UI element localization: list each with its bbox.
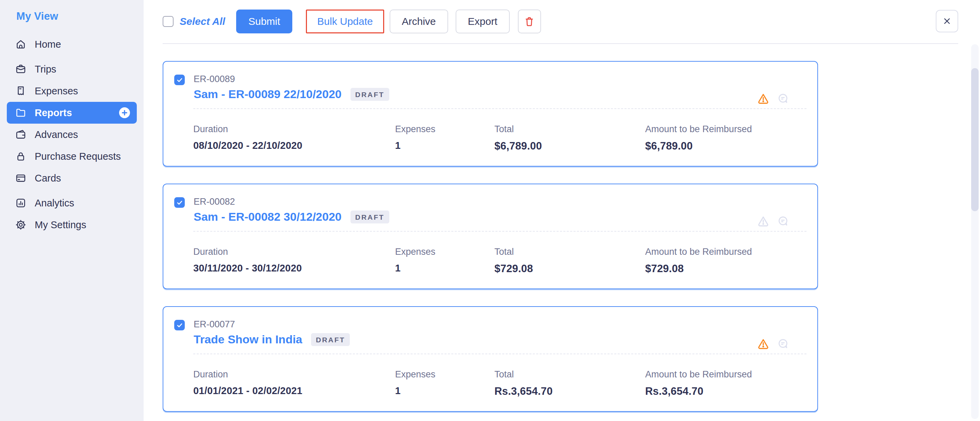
archive-button[interactable]: Archive	[390, 10, 448, 33]
trash-icon	[524, 16, 535, 27]
delete-button[interactable]	[518, 10, 541, 33]
duration-value: 30/11/2020 - 30/12/2020	[193, 263, 395, 274]
sidebar-item-expenses[interactable]: Expenses	[7, 80, 137, 102]
app-window: My View Home	[0, 0, 980, 421]
select-all-label[interactable]: Select All	[180, 16, 225, 27]
sidebar-item-label: Reports	[35, 107, 72, 118]
total-value: $6,789.00	[495, 140, 645, 152]
expenses-value: 1	[395, 385, 495, 397]
status-badge: DRAFT	[350, 210, 389, 223]
warning-icon[interactable]	[757, 215, 770, 228]
report-card[interactable]: ER-00077 Trade Show in India DRAFT	[163, 306, 818, 412]
report-title-link[interactable]: Sam - ER-00089 22/10/2020	[194, 88, 342, 101]
total-label: Total	[495, 369, 645, 380]
reimbursed-label: Amount to be Reimbursed	[645, 369, 752, 380]
total-label: Total	[495, 247, 645, 257]
report-card[interactable]: ER-00082 Sam - ER-00082 30/12/2020 DRAFT	[163, 183, 818, 289]
report-number: ER-00082	[194, 196, 389, 207]
close-icon	[942, 16, 953, 27]
sidebar-title: My View	[16, 10, 137, 22]
sidebar-item-advances[interactable]: Advances	[7, 124, 137, 145]
status-badge: DRAFT	[350, 88, 389, 101]
reimbursed-value: $729.08	[645, 263, 752, 275]
sidebar-item-reports[interactable]: Reports	[7, 102, 137, 124]
gear-icon	[15, 219, 27, 231]
expenses-value: 1	[395, 263, 495, 274]
sidebar-item-cards[interactable]: Cards	[7, 167, 137, 189]
comment-icon[interactable]	[776, 337, 789, 350]
card-divider	[193, 354, 807, 354]
total-value: $729.08	[495, 263, 645, 275]
reimbursed-label: Amount to be Reimbursed	[645, 247, 752, 257]
duration-label: Duration	[193, 247, 395, 257]
status-badge: DRAFT	[311, 333, 350, 346]
reimbursed-value: $6,789.00	[645, 140, 752, 152]
sidebar-nav: Home Trips	[7, 33, 137, 236]
expenses-label: Expenses	[395, 369, 495, 380]
duration-value: 08/10/2020 - 22/10/2020	[193, 140, 395, 151]
check-icon	[176, 76, 183, 84]
report-checkbox[interactable]	[174, 197, 185, 208]
duration-label: Duration	[193, 124, 395, 134]
total-label: Total	[495, 124, 645, 134]
toolbar: Select All Submit Bulk Update Archive Ex…	[163, 10, 980, 33]
bulk-update-button[interactable]: Bulk Update	[306, 10, 384, 33]
reimbursed-value: Rs.3,654.70	[645, 385, 752, 397]
warning-icon[interactable]	[757, 337, 770, 350]
duration-value: 01/01/2021 - 02/02/2021	[193, 385, 395, 397]
comment-icon[interactable]	[776, 215, 789, 228]
sidebar-item-purchase-requests[interactable]: Purchase Requests	[7, 145, 137, 167]
sidebar-item-label: Trips	[35, 64, 56, 75]
report-checkbox[interactable]	[174, 75, 185, 85]
wallet-icon	[15, 129, 27, 140]
sidebar-item-label: Expenses	[35, 86, 78, 97]
submit-button[interactable]: Submit	[236, 10, 292, 33]
close-button[interactable]	[936, 10, 958, 32]
expenses-label: Expenses	[395, 247, 495, 257]
export-button[interactable]: Export	[456, 10, 510, 33]
card-divider	[193, 108, 807, 109]
home-icon	[15, 38, 27, 50]
sidebar-item-my-settings[interactable]: My Settings	[7, 214, 137, 236]
sidebar-item-label: Home	[35, 39, 61, 50]
report-number: ER-00089	[194, 74, 389, 85]
sidebar-item-trips[interactable]: Trips	[7, 58, 137, 80]
sidebar-item-label: Cards	[35, 173, 61, 184]
bar-chart-icon	[15, 197, 27, 209]
sidebar-item-label: Analytics	[35, 198, 74, 209]
report-number: ER-00077	[194, 319, 350, 330]
select-all-checkbox[interactable]	[163, 16, 173, 27]
receipt-icon	[15, 85, 27, 97]
report-title-link[interactable]: Sam - ER-00082 30/12/2020	[194, 210, 342, 223]
sidebar: My View Home	[0, 0, 143, 421]
card-divider	[193, 231, 807, 231]
folder-icon	[15, 107, 27, 118]
expenses-label: Expenses	[395, 124, 495, 134]
credit-card-icon	[15, 172, 27, 184]
briefcase-icon	[15, 63, 27, 75]
lock-icon	[15, 151, 27, 162]
total-value: Rs.3,654.70	[495, 385, 645, 397]
main-content: Select All Submit Bulk Update Archive Ex…	[143, 0, 980, 421]
report-title-link[interactable]: Trade Show in India	[194, 333, 302, 346]
plus-circle-icon[interactable]	[118, 106, 131, 120]
sidebar-item-label: My Settings	[35, 219, 86, 231]
expenses-value: 1	[395, 140, 495, 151]
scrollbar-thumb[interactable]	[971, 68, 978, 211]
sidebar-item-home[interactable]: Home	[7, 33, 137, 55]
report-checkbox[interactable]	[174, 320, 185, 330]
sidebar-item-label: Advances	[35, 129, 78, 140]
check-icon	[176, 199, 183, 206]
check-icon	[176, 322, 183, 329]
reimbursed-label: Amount to be Reimbursed	[645, 124, 752, 134]
warning-icon[interactable]	[757, 92, 770, 105]
duration-label: Duration	[193, 369, 395, 380]
report-card[interactable]: ER-00089 Sam - ER-00089 22/10/2020 DRAFT	[163, 61, 818, 167]
comment-icon[interactable]	[776, 92, 789, 105]
toolbar-divider	[163, 43, 958, 44]
sidebar-item-analytics[interactable]: Analytics	[7, 192, 137, 214]
sidebar-item-label: Purchase Requests	[35, 151, 121, 162]
